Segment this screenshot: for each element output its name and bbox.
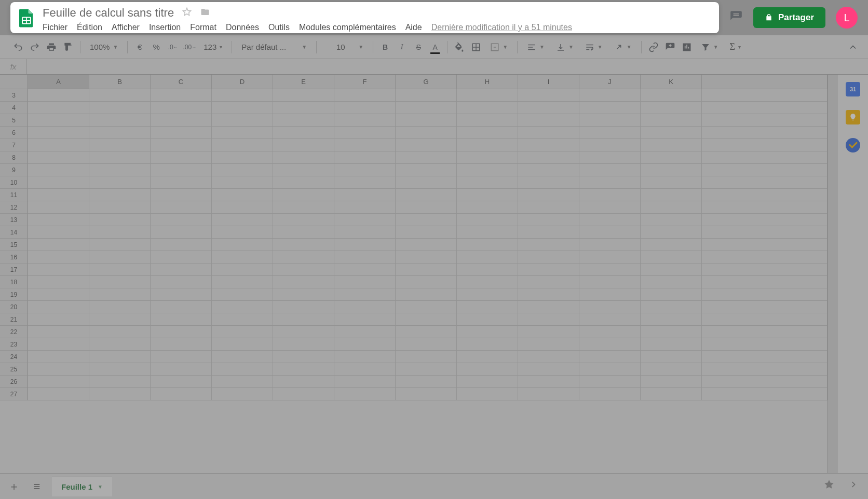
cell[interactable] bbox=[457, 239, 518, 251]
insert-comment-icon[interactable] bbox=[664, 41, 676, 53]
cell[interactable] bbox=[212, 239, 273, 251]
cell[interactable] bbox=[579, 288, 641, 301]
cell[interactable] bbox=[334, 388, 396, 400]
cell[interactable] bbox=[89, 251, 151, 264]
cell[interactable] bbox=[457, 226, 518, 239]
font-size-dropdown[interactable]: 10▼ bbox=[323, 43, 367, 51]
cell[interactable] bbox=[641, 164, 702, 176]
column-header[interactable]: D bbox=[212, 75, 273, 89]
cell[interactable] bbox=[273, 251, 334, 264]
cell[interactable] bbox=[28, 326, 89, 338]
cell[interactable] bbox=[518, 338, 579, 351]
cell[interactable] bbox=[273, 338, 334, 351]
column-header[interactable]: K bbox=[641, 75, 702, 89]
cell[interactable] bbox=[89, 189, 151, 201]
cell[interactable] bbox=[212, 201, 273, 214]
cell[interactable] bbox=[151, 201, 212, 214]
cell[interactable] bbox=[518, 201, 579, 214]
cell[interactable] bbox=[641, 89, 702, 102]
cell[interactable] bbox=[151, 226, 212, 239]
cell[interactable] bbox=[28, 226, 89, 239]
cell[interactable] bbox=[334, 102, 396, 114]
cell[interactable] bbox=[151, 189, 212, 201]
cell[interactable] bbox=[518, 276, 579, 288]
cell[interactable] bbox=[579, 363, 641, 376]
cell[interactable] bbox=[273, 127, 334, 139]
cell[interactable] bbox=[212, 164, 273, 176]
cell[interactable] bbox=[151, 89, 212, 102]
cell[interactable] bbox=[579, 102, 641, 114]
cell[interactable] bbox=[702, 189, 828, 201]
row-header[interactable]: 25 bbox=[0, 363, 28, 376]
cell[interactable] bbox=[212, 214, 273, 226]
explore-icon[interactable] bbox=[822, 479, 836, 494]
cell[interactable] bbox=[396, 102, 457, 114]
cell[interactable] bbox=[212, 363, 273, 376]
merge-cells-dropdown[interactable]: ▼ bbox=[487, 43, 511, 52]
cell[interactable] bbox=[396, 251, 457, 264]
cell[interactable] bbox=[396, 264, 457, 276]
cell[interactable] bbox=[28, 338, 89, 351]
cell[interactable] bbox=[89, 338, 151, 351]
strikethrough-icon[interactable]: S bbox=[413, 41, 424, 53]
cell[interactable] bbox=[396, 326, 457, 338]
cell[interactable] bbox=[396, 338, 457, 351]
cell[interactable] bbox=[457, 301, 518, 313]
cell[interactable] bbox=[334, 89, 396, 102]
cell[interactable] bbox=[518, 388, 579, 400]
row-header[interactable]: 27 bbox=[0, 388, 28, 400]
cell[interactable] bbox=[396, 276, 457, 288]
cell[interactable] bbox=[396, 189, 457, 201]
cell[interactable] bbox=[273, 239, 334, 251]
cell[interactable] bbox=[28, 127, 89, 139]
cell[interactable] bbox=[396, 139, 457, 151]
cell[interactable] bbox=[579, 151, 641, 164]
cell[interactable] bbox=[457, 264, 518, 276]
cell[interactable] bbox=[212, 276, 273, 288]
cell[interactable] bbox=[273, 301, 334, 313]
cell[interactable] bbox=[702, 338, 828, 351]
menu-format[interactable]: Format bbox=[190, 23, 216, 32]
cell[interactable] bbox=[457, 313, 518, 326]
cell[interactable] bbox=[518, 326, 579, 338]
cell[interactable] bbox=[28, 376, 89, 388]
cell[interactable] bbox=[702, 326, 828, 338]
cell[interactable] bbox=[518, 313, 579, 326]
text-rotation-dropdown[interactable]: ▼ bbox=[611, 43, 635, 52]
cell[interactable] bbox=[702, 176, 828, 189]
cell[interactable] bbox=[212, 351, 273, 363]
cell[interactable] bbox=[702, 127, 828, 139]
cell[interactable] bbox=[212, 176, 273, 189]
cell[interactable] bbox=[457, 102, 518, 114]
cell[interactable] bbox=[518, 89, 579, 102]
column-header[interactable]: F bbox=[334, 75, 396, 89]
cell[interactable] bbox=[518, 114, 579, 127]
cell[interactable] bbox=[396, 288, 457, 301]
cell[interactable] bbox=[334, 363, 396, 376]
cell[interactable] bbox=[457, 151, 518, 164]
cell[interactable] bbox=[518, 214, 579, 226]
column-header[interactable]: E bbox=[273, 75, 334, 89]
vertical-scrollbar[interactable] bbox=[828, 75, 838, 473]
cell[interactable] bbox=[457, 351, 518, 363]
cell[interactable] bbox=[273, 151, 334, 164]
cell[interactable] bbox=[212, 189, 273, 201]
cell[interactable] bbox=[28, 176, 89, 189]
cell[interactable] bbox=[702, 139, 828, 151]
cell[interactable] bbox=[28, 214, 89, 226]
cell[interactable] bbox=[518, 164, 579, 176]
formula-input[interactable] bbox=[27, 59, 868, 74]
cell[interactable] bbox=[579, 376, 641, 388]
cell[interactable] bbox=[396, 214, 457, 226]
row-header[interactable]: 7 bbox=[0, 139, 28, 151]
cell[interactable] bbox=[641, 326, 702, 338]
row-header[interactable]: 8 bbox=[0, 151, 28, 164]
cell[interactable] bbox=[641, 189, 702, 201]
cell[interactable] bbox=[273, 363, 334, 376]
cell[interactable] bbox=[641, 239, 702, 251]
cell[interactable] bbox=[334, 201, 396, 214]
cell[interactable] bbox=[396, 89, 457, 102]
cell[interactable] bbox=[396, 151, 457, 164]
column-header[interactable]: H bbox=[457, 75, 518, 89]
cell[interactable] bbox=[212, 388, 273, 400]
